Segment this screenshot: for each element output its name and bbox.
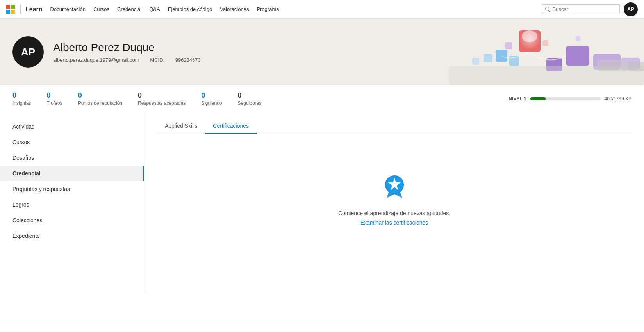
svg-rect-7 [566,46,589,66]
svg-rect-11 [505,42,512,49]
hero-decoration [449,19,644,85]
tabs: Applied Skills Certificaciones [157,119,632,134]
svg-rect-5 [484,54,492,62]
svg-point-2 [522,30,537,42]
stat-siguiendo: 0 Siguiendo [201,91,222,106]
user-avatar-nav[interactable]: AP [624,2,638,16]
stat-siguiendo-value[interactable]: 0 [201,91,205,100]
stat-reputacion-value[interactable]: 0 [78,91,82,100]
sidebar-item-logros[interactable]: Logros [0,197,144,212]
hero-avatar: AP [12,36,44,68]
stat-insignias: 0 Insignias [12,91,31,106]
stat-trofeos-label: Trofeos [46,100,62,106]
hero-banner: AP Alberto Perez Duque alberto.perez.duq… [0,19,644,85]
nav-divider [20,5,21,14]
stat-reputacion-label: Puntos de reputación [78,100,122,106]
sidebar-item-cursos[interactable]: Cursos [0,134,144,150]
svg-rect-15 [597,60,628,71]
search-input[interactable] [553,6,616,12]
svg-rect-12 [542,40,548,46]
search-icon [545,7,550,12]
learn-label[interactable]: Learn [25,6,43,13]
navbar: Learn Documentación Cursos Credencial Q&… [0,0,644,19]
stat-seguidores-label: Seguidores [238,100,262,106]
stat-siguiendo-label: Siguiendo [201,100,222,106]
microsoft-logo[interactable] [6,5,16,14]
tab-applied-skills[interactable]: Applied Skills [157,119,205,134]
svg-rect-13 [576,36,580,41]
nav-ejemplos[interactable]: Ejemplos de código [168,6,212,12]
main-layout: Actividad Cursos Desafíos Credencial Pre… [0,112,644,292]
stat-reputacion: 0 Puntos de reputación [78,91,122,106]
sidebar: Actividad Cursos Desafíos Credencial Pre… [0,112,144,292]
hero-3d-svg [449,19,644,85]
stat-respuestas: 0 Respuestas aceptadas [138,91,186,106]
stat-respuestas-value: 0 [138,91,142,100]
cert-badge-icon [379,170,410,201]
level-xp: 400/1799 XP [605,96,632,102]
brand: Learn [6,5,43,14]
sidebar-item-actividad[interactable]: Actividad [0,119,144,134]
stat-insignias-label: Insignias [12,100,31,106]
level-label: NIVEL 1 [508,96,526,102]
nav-valoraciones[interactable]: Valoraciones [220,6,249,12]
cert-icon-wrap [379,170,410,202]
svg-rect-6 [472,58,479,65]
sidebar-item-desafios[interactable]: Desafíos [0,150,144,166]
hero-info: Alberto Perez Duque alberto.perez.duque.… [53,41,219,63]
empty-state-message: Comience el aprendizaje de nuevas aptitu… [338,210,450,216]
sidebar-item-credencial[interactable]: Credencial [0,166,144,181]
level-progress-fill [530,97,546,100]
level-info: NIVEL 1 400/1799 XP [508,96,632,102]
sidebar-item-expediente[interactable]: Expediente [0,228,144,244]
tab-certificaciones[interactable]: Certificaciones [205,119,257,134]
main-nav: Documentación Cursos Credencial Q&A Ejem… [50,6,534,12]
nav-qa[interactable]: Q&A [149,6,160,12]
stats-bar: 0 Insignias 0 Trofeos 0 Puntos de reputa… [0,85,644,112]
stat-respuestas-label: Respuestas aceptadas [138,100,186,106]
mcid: MCID: 996234673 [150,57,210,63]
search-box[interactable] [542,4,620,14]
svg-rect-16 [628,62,644,71]
sidebar-item-colecciones[interactable]: Colecciones [0,212,144,228]
stat-insignias-value[interactable]: 0 [12,91,16,100]
stat-trofeos: 0 Trofeos [46,91,62,106]
navbar-right: AP [542,2,638,16]
user-meta: alberto.perez.duque.1979@gmail.com MCID:… [53,57,219,63]
stat-seguidores-value: 0 [238,91,242,100]
nav-credencial[interactable]: Credencial [117,6,141,12]
content-area: Applied Skills Certificaciones Comience … [144,112,644,292]
user-email: alberto.perez.duque.1979@gmail.com [53,57,139,63]
stat-trofeos-value[interactable]: 0 [46,91,50,100]
stat-seguidores: 0 Seguidores [238,91,262,106]
nav-cursos[interactable]: Cursos [93,6,109,12]
level-progress-bar [530,97,601,100]
empty-state: Comience el aprendizaje de nuevas aptitu… [157,146,632,249]
nav-programa[interactable]: Programa [257,6,279,12]
sidebar-item-preguntas[interactable]: Preguntas y respuestas [0,181,144,197]
nav-documentacion[interactable]: Documentación [50,6,86,12]
examinar-link[interactable]: Examinar las certificaciones [360,220,428,226]
user-name: Alberto Perez Duque [53,41,219,54]
